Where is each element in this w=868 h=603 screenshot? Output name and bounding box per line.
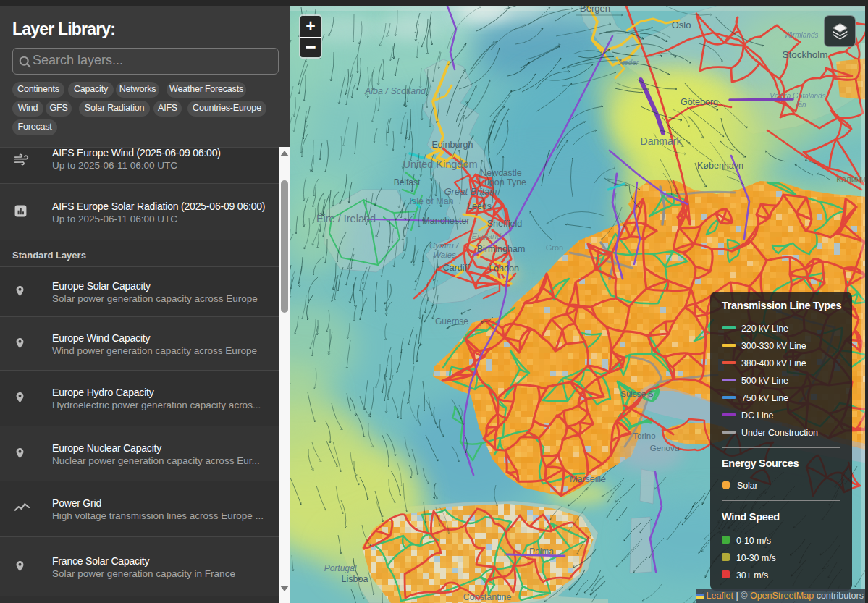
svg-text:Stockholm: Stockholm — [782, 49, 827, 60]
svg-text:Portugal: Portugal — [324, 563, 357, 573]
svg-text:Great Britain: Great Britain — [444, 186, 497, 197]
svg-text:Marseille: Marseille — [570, 474, 606, 484]
svg-text:United Kingdom: United Kingdom — [403, 159, 477, 170]
svg-text:Danmark: Danmark — [641, 135, 683, 147]
svg-text:Oslo: Oslo — [672, 20, 691, 30]
svg-text:Värmlands.: Värmlands. — [784, 31, 821, 39]
svg-text:Genova: Genova — [650, 444, 680, 452]
svg-text:Suisse S: Suisse S — [620, 389, 654, 398]
svg-text:Cardiff: Cardiff — [443, 263, 470, 273]
svg-text:Constantine: Constantine — [463, 592, 512, 602]
svg-text:England: England — [472, 232, 502, 240]
svg-text:Cymru /: Cymru / — [429, 241, 460, 250]
svg-text:Éire / Ireland: Éire / Ireland — [316, 213, 376, 224]
svg-text:Göteborg: Göteborg — [681, 97, 718, 107]
svg-text:Leeds: Leeds — [467, 201, 492, 211]
svg-text:Edinburgh: Edinburgh — [432, 140, 473, 150]
svg-text:Palma: Palma — [529, 547, 554, 557]
svg-text:Birmingham: Birmingham — [477, 244, 526, 254]
svg-text:Bergen: Bergen — [580, 6, 610, 14]
svg-text:London: London — [489, 263, 519, 274]
svg-text:län: län — [796, 101, 806, 109]
svg-text:Wales: Wales — [433, 250, 456, 259]
svg-text:København: København — [697, 161, 743, 171]
svg-text:Lisboa: Lisboa — [342, 574, 368, 584]
svg-text:Västra Götalands: Västra Götalands — [770, 92, 825, 100]
svg-text:Guernse: Guernse — [435, 316, 468, 326]
svg-text:Newcastle: Newcastle — [480, 168, 522, 178]
svg-text:Manchester: Manchester — [422, 216, 469, 226]
svg-text:Jæder: Jæder — [618, 59, 639, 67]
svg-text:Sheffield: Sheffield — [487, 219, 522, 229]
svg-text:Isle of Man: Isle of Man — [409, 196, 453, 206]
svg-text:Torino: Torino — [633, 431, 655, 440]
svg-text:Gron: Gron — [546, 243, 563, 252]
svg-text:Belfast: Belfast — [394, 177, 421, 187]
svg-text:Alba / Scotland: Alba / Scotland — [364, 86, 426, 96]
